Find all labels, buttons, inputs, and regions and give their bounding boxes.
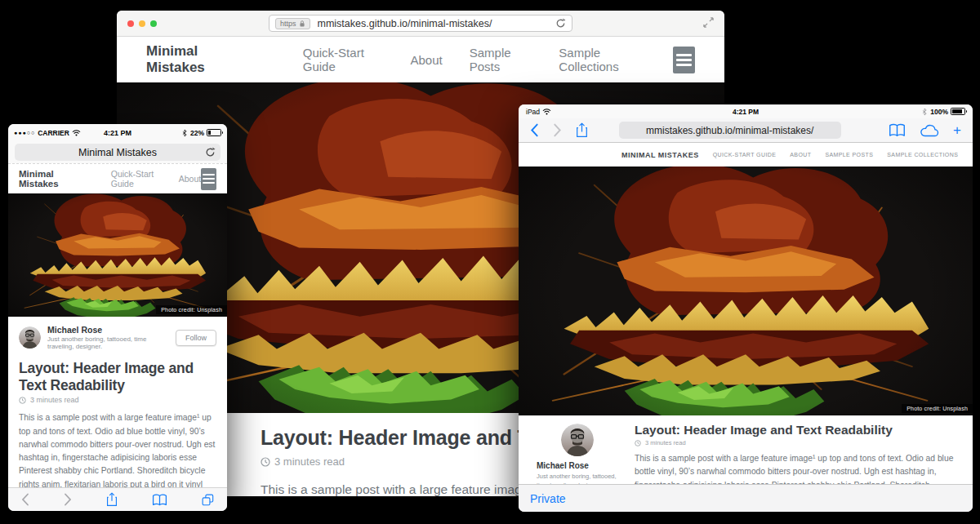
- menu-button[interactable]: [673, 47, 695, 73]
- private-browsing-bar: Private: [519, 484, 973, 512]
- minimize-window-button[interactable]: [139, 20, 145, 27]
- author-photo: [561, 424, 594, 456]
- https-label: https: [280, 20, 296, 28]
- wifi-icon: [72, 130, 81, 136]
- iphone-site-navbar: Minimal Mistakes Quick-Start Guide About: [8, 163, 227, 193]
- nav-about[interactable]: About: [790, 152, 811, 158]
- author-name: Michael Rose: [537, 461, 623, 470]
- iphone-status-bar: ●●●○○ CARRIER 4:21 PM 22%: [8, 124, 227, 141]
- window-controls: [127, 11, 157, 36]
- battery-icon: [951, 108, 965, 115]
- ipad-status-bar: iPad 4:21 PM 100%: [519, 104, 973, 118]
- forward-button[interactable]: [553, 123, 562, 137]
- iphone-post-content: Michael Rose Just another boring, tattoo…: [8, 317, 227, 511]
- device-name: iPad: [526, 108, 540, 116]
- zoom-window-button[interactable]: [150, 20, 157, 27]
- iphone-url-row: Minimal Mistakes: [8, 141, 227, 163]
- iphone-url-title: Minimal Mistakes: [78, 147, 157, 158]
- site-title-link[interactable]: Minimal Mistakes: [19, 169, 73, 189]
- back-button[interactable]: [21, 493, 29, 506]
- private-button[interactable]: Private: [530, 492, 566, 505]
- address-bar[interactable]: https mmistakes.github.io/minimal-mistak…: [269, 15, 572, 32]
- https-badge: https: [275, 18, 310, 29]
- battery-percent: 22%: [190, 129, 204, 137]
- iphone-status-right: 22%: [181, 129, 221, 137]
- nav-sample-collections[interactable]: Sample Collections: [559, 46, 645, 73]
- ipad-address-bar[interactable]: mmistakes.github.io/minimal-mistakes/: [619, 122, 841, 139]
- ipad-toolbar-right: +: [889, 123, 961, 137]
- lock-icon: [299, 20, 305, 28]
- bookmarks-icon[interactable]: [889, 123, 906, 137]
- avatar: [19, 326, 41, 349]
- bookmarks-icon[interactable]: [152, 494, 167, 506]
- nav-sample-posts[interactable]: Sample Posts: [825, 152, 873, 158]
- feature-image: Photo credit: Unsplash: [519, 167, 973, 415]
- author-photo: [19, 326, 41, 349]
- share-icon[interactable]: [576, 122, 588, 138]
- bluetooth-icon: [921, 108, 928, 116]
- nav-sample-posts[interactable]: Sample Posts: [470, 46, 532, 73]
- ipad-safari-window: iPad 4:21 PM 100% mmistakes.github.io/mi…: [519, 104, 973, 512]
- back-button[interactable]: [530, 123, 539, 137]
- ipad-toolbar: mmistakes.github.io/minimal-mistakes/ +: [519, 118, 973, 143]
- follow-button[interactable]: Follow: [176, 330, 216, 346]
- iphone-status-left: ●●●○○ CARRIER: [14, 129, 81, 137]
- read-time: 3 minutes read: [30, 396, 79, 404]
- nav-sample-collections[interactable]: Sample Collections: [887, 152, 958, 158]
- post-title: Layout: Header Image and Text Readabilit…: [635, 423, 958, 437]
- nav-quick-start-guide[interactable]: Quick-Start Guide: [303, 46, 384, 73]
- post-meta: 3 minutes read: [635, 439, 958, 446]
- site-navbar: Minimal Mistakes Quick-Start Guide About…: [117, 37, 724, 82]
- reload-icon[interactable]: [205, 147, 216, 158]
- battery-percent: 100%: [930, 108, 948, 116]
- url-text: mmistakes.github.io/minimal-mistakes/: [318, 18, 555, 29]
- ipad-status-left: iPad: [526, 108, 551, 116]
- leaves-photo: [519, 167, 973, 415]
- post-title: Layout: Header Image and Text Readabilit…: [19, 360, 216, 393]
- reload-icon[interactable]: [555, 18, 566, 29]
- author-row: Michael Rose Just another boring, tattoo…: [19, 325, 216, 350]
- icloud-tabs-icon[interactable]: [920, 124, 939, 137]
- site-title-link[interactable]: Minimal Mistakes: [146, 43, 241, 76]
- photo-credit: Photo credit: Unsplash: [156, 305, 227, 314]
- nav-about[interactable]: About: [411, 53, 443, 67]
- clock-icon: [635, 440, 641, 446]
- leaves-photo: [8, 193, 227, 317]
- author-name: Michael Rose: [47, 325, 169, 335]
- battery-icon: [207, 129, 221, 136]
- share-icon[interactable]: [106, 492, 118, 507]
- carrier-label: CARRIER: [38, 129, 69, 137]
- feature-image: Photo credit: Unsplash: [8, 193, 227, 317]
- author-bio: Just another boring, tattooed, time trav…: [47, 335, 169, 350]
- tabs-icon[interactable]: [202, 494, 214, 506]
- iphone-safari-window: ●●●○○ CARRIER 4:21 PM 22% Minimal Mistak…: [8, 124, 227, 511]
- fullscreen-icon[interactable]: [703, 17, 714, 28]
- forward-button[interactable]: [64, 493, 72, 506]
- nav-quick-start-guide[interactable]: Quick-Start Guide: [713, 152, 777, 158]
- wifi-icon: [542, 109, 551, 115]
- nav-about[interactable]: About: [179, 174, 201, 184]
- status-time: 4:21 PM: [519, 108, 973, 116]
- avatar: [561, 424, 594, 456]
- iphone-address-bar[interactable]: Minimal Mistakes: [15, 144, 220, 161]
- new-tab-icon[interactable]: +: [953, 123, 961, 137]
- photo-credit: Photo credit: Unsplash: [902, 404, 973, 413]
- clock-icon: [19, 397, 26, 404]
- read-time: 3 minutes read: [645, 439, 686, 446]
- post-meta: 3 minutes read: [19, 396, 216, 404]
- ipad-url-text: mmistakes.github.io/minimal-mistakes/: [646, 125, 813, 136]
- menu-button[interactable]: [201, 168, 216, 190]
- clock-icon: [261, 457, 270, 467]
- iphone-toolbar: [8, 487, 227, 511]
- site-title-link[interactable]: Minimal Mistakes: [621, 151, 699, 159]
- close-window-button[interactable]: [127, 20, 134, 27]
- read-time: 3 minutes read: [274, 455, 345, 468]
- author-info: Michael Rose Just another boring, tattoo…: [47, 325, 169, 350]
- nav-quick-start-guide[interactable]: Quick-Start Guide: [111, 169, 158, 189]
- signal-dots: ●●●○○: [14, 130, 35, 135]
- browser-chrome: https mmistakes.github.io/minimal-mistak…: [117, 11, 724, 37]
- bluetooth-icon: [181, 129, 188, 137]
- ipad-status-right: 100%: [921, 108, 965, 116]
- ipad-site-navbar: Minimal Mistakes Quick-Start Guide About…: [519, 143, 973, 167]
